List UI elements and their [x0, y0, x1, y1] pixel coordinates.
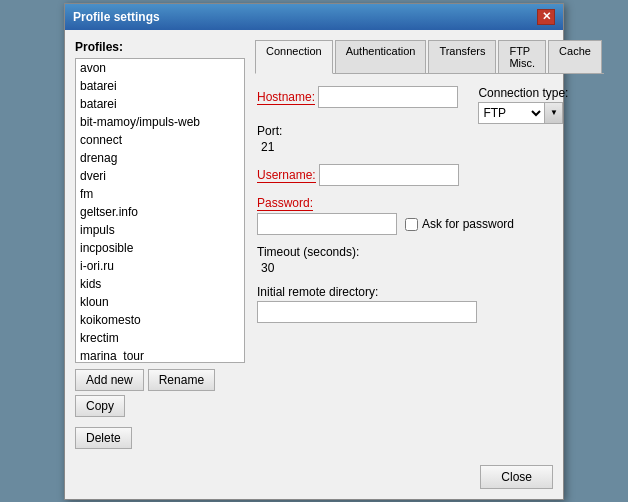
copy-button[interactable]: Copy [75, 395, 125, 417]
list-item[interactable]: krectim [76, 329, 244, 347]
list-item[interactable]: batarei [76, 95, 244, 113]
password-label: Password: [257, 196, 313, 211]
dialog-footer: Close [65, 459, 563, 499]
list-item[interactable]: fm [76, 185, 244, 203]
ask-for-password-row: Ask for password [405, 217, 514, 233]
initial-dir-field: Initial remote directory: [257, 285, 602, 323]
hostname-label: Hostname: [257, 90, 315, 105]
tab-transfers[interactable]: Transfers [428, 40, 496, 73]
list-item[interactable]: kloun [76, 293, 244, 311]
tabs-bar: ConnectionAuthenticationTransfersFTP Mis… [255, 40, 604, 74]
list-item[interactable]: drenag [76, 149, 244, 167]
ask-for-password-label: Ask for password [422, 217, 514, 231]
list-item[interactable]: avon [76, 59, 244, 77]
list-item[interactable]: incposible [76, 239, 244, 257]
port-value: 21 [261, 140, 602, 154]
list-item[interactable]: impuls [76, 221, 244, 239]
list-item[interactable]: i-ori.ru [76, 257, 244, 275]
profiles-list[interactable]: avonbatareibatareibit-mamoy/impuls-webco… [75, 58, 245, 363]
tab-ftp-misc[interactable]: FTP Misc. [498, 40, 546, 73]
profile-buttons: Add new Rename Copy [75, 369, 245, 417]
password-field: Password: Ask for password [257, 196, 602, 235]
list-item[interactable]: geltser.info [76, 203, 244, 221]
profile-buttons-bottom: Delete [75, 423, 245, 449]
profile-settings-dialog: Profile settings ✕ Profiles: avonbatarei… [64, 3, 564, 500]
close-icon[interactable]: ✕ [537, 9, 555, 25]
dialog-title: Profile settings [73, 10, 160, 24]
tab-cache[interactable]: Cache [548, 40, 602, 73]
title-bar: Profile settings ✕ [65, 4, 563, 30]
rename-button[interactable]: Rename [148, 369, 215, 391]
list-item[interactable]: bit-mamoy/impuls-web [76, 113, 244, 131]
close-button[interactable]: Close [480, 465, 553, 489]
list-item[interactable]: marina_tour [76, 347, 244, 363]
add-new-button[interactable]: Add new [75, 369, 144, 391]
tab-connection[interactable]: Connection [255, 40, 333, 74]
timeout-label: Timeout (seconds): [257, 245, 602, 259]
list-item[interactable]: dveri [76, 167, 244, 185]
username-field: Username: [257, 164, 602, 186]
list-item[interactable]: koikomesto [76, 311, 244, 329]
connection-type-select[interactable]: FTP SFTP FTPS [479, 105, 544, 121]
ask-for-password-checkbox[interactable] [405, 218, 418, 231]
hostname-input[interactable] [318, 86, 458, 108]
right-panel: ConnectionAuthenticationTransfersFTP Mis… [255, 40, 604, 449]
delete-button[interactable]: Delete [75, 427, 132, 449]
hostname-connection-row: Hostname: Connection type: FTP SFTP FTPS… [257, 86, 602, 124]
port-field: Port: 21 [257, 124, 602, 154]
timeout-value: 30 [261, 261, 602, 275]
list-item[interactable]: connect [76, 131, 244, 149]
password-input[interactable] [257, 213, 397, 235]
username-input[interactable] [319, 164, 459, 186]
connection-tab-content: Hostname: Connection type: FTP SFTP FTPS… [255, 82, 604, 337]
port-label: Port: [257, 124, 602, 138]
dialog-body: Profiles: avonbatareibatareibit-mamoy/im… [65, 30, 563, 459]
profiles-panel: Profiles: avonbatareibatareibit-mamoy/im… [75, 40, 245, 449]
list-item[interactable]: batarei [76, 77, 244, 95]
dropdown-arrow-icon: ▼ [544, 103, 562, 123]
profiles-label: Profiles: [75, 40, 245, 54]
timeout-field: Timeout (seconds): 30 [257, 245, 602, 275]
initial-dir-input[interactable] [257, 301, 477, 323]
tab-authentication[interactable]: Authentication [335, 40, 427, 73]
hostname-field: Hostname: [257, 86, 458, 108]
connection-type-label: Connection type: [478, 86, 568, 100]
list-item[interactable]: kids [76, 275, 244, 293]
initial-dir-label: Initial remote directory: [257, 285, 602, 299]
username-label: Username: [257, 168, 316, 183]
connection-type-field: Connection type: FTP SFTP FTPS ▼ [478, 86, 568, 124]
